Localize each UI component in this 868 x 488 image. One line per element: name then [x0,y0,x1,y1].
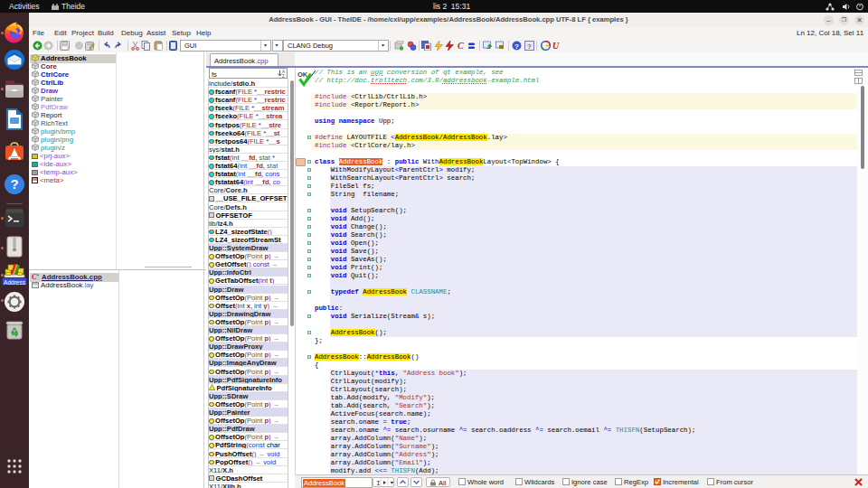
svg-text:U: U [552,41,560,51]
svg-text:C: C [458,41,464,51]
svg-text:Z: Z [282,74,285,79]
svg-text:+: + [37,273,40,277]
svg-text:I: I [376,479,381,487]
svg-text:?: ? [11,176,19,192]
svg-text:?: ? [514,42,519,51]
svg-text:?: ? [527,42,532,51]
svg-text:OK: OK [297,70,308,79]
